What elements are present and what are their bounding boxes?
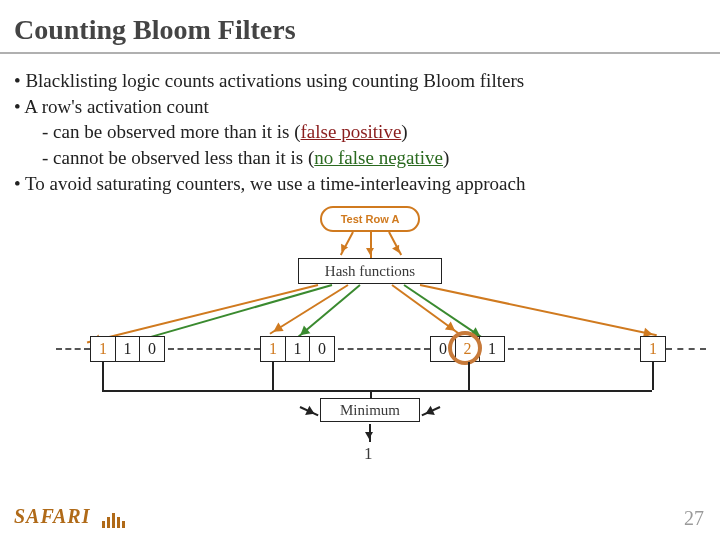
page-title: Counting Bloom Filters: [0, 0, 720, 54]
safari-logo: SAFARI: [14, 505, 125, 528]
counter-cell: 1: [90, 336, 116, 362]
counter-cell: 1: [479, 336, 505, 362]
arrow-icon: [300, 406, 319, 416]
rail-icon: [666, 348, 706, 350]
counter-cell: 1: [260, 336, 286, 362]
counter-cell: 1: [285, 336, 311, 362]
counter-cell: 1: [640, 336, 666, 362]
counter-group: 1: [640, 336, 666, 362]
arrow-down-icon: [369, 424, 371, 442]
test-row-badge: Test Row A: [320, 206, 420, 232]
counter-cell: 1: [115, 336, 141, 362]
fan-arrow-icon: [388, 232, 402, 256]
bullet-2a-pre: can be observed more than it is (: [53, 121, 300, 142]
hash-arrow-icon: [87, 284, 318, 344]
connector-icon: [102, 390, 652, 392]
hash-arrow-icon: [403, 284, 484, 339]
bullet-3: To avoid saturating counters, we use a t…: [14, 171, 706, 197]
connector-icon: [272, 362, 274, 390]
bullet-2a: can be observed more than it is (false p…: [42, 119, 706, 145]
highlight-circle-icon: [448, 331, 482, 365]
bullet-2b-pre: cannot be observed less than it is (: [53, 147, 314, 168]
bullet-1: Blacklisting logic counts activations us…: [14, 68, 706, 94]
connector-icon: [652, 362, 654, 390]
no-false-negative-text: no false negative: [314, 147, 443, 168]
rail-icon: [168, 348, 260, 350]
bullet-list: Blacklisting logic counts activations us…: [0, 68, 720, 196]
minimum-value: 1: [364, 444, 373, 464]
false-positive-text: false positive: [301, 121, 402, 142]
minimum-box: Minimum: [320, 398, 420, 422]
bullet-2b-post: ): [443, 147, 449, 168]
fan-arrow-icon: [340, 232, 354, 256]
bullet-2a-post: ): [401, 121, 407, 142]
counter-cell: 0: [139, 336, 165, 362]
rail-icon: [56, 348, 90, 350]
fan-arrow-icon: [370, 232, 372, 258]
connector-icon: [370, 390, 372, 398]
rail-icon: [508, 348, 640, 350]
bullet-2: A row's activation count: [14, 94, 706, 120]
bloom-diagram: Test Row A Hash functions 1 1 0 1 1 0 0 …: [0, 200, 720, 480]
counter-cell: 0: [309, 336, 335, 362]
page-number: 27: [684, 507, 704, 530]
counter-group: 1 1 0: [90, 336, 165, 362]
logo-text: SAFARI: [14, 505, 90, 527]
arrow-icon: [421, 406, 440, 416]
hash-functions-box: Hash functions: [298, 258, 442, 284]
connector-icon: [468, 362, 470, 390]
bullet-2b: cannot be observed less than it is (no f…: [42, 145, 706, 171]
logo-bars-icon: [100, 505, 125, 528]
counter-group: 1 1 0: [260, 336, 335, 362]
rail-icon: [338, 348, 430, 350]
connector-icon: [102, 362, 104, 390]
